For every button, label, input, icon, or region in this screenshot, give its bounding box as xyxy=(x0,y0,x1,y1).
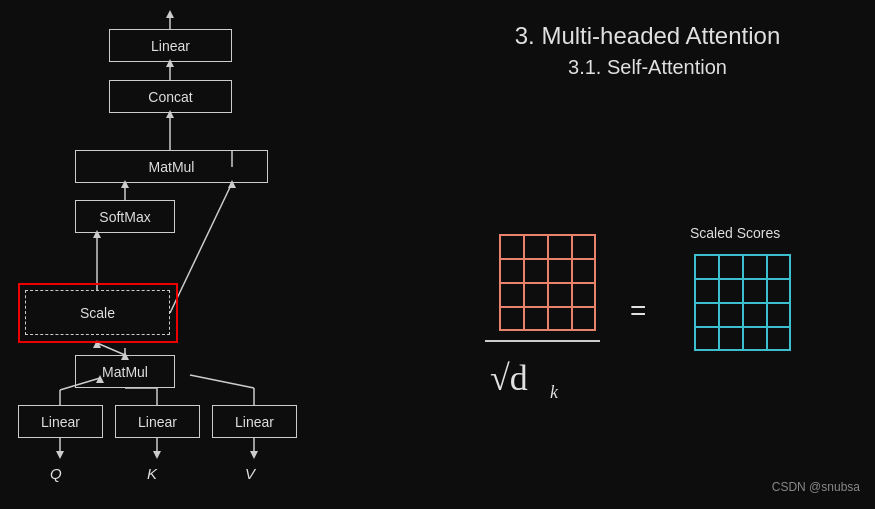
svg-marker-28 xyxy=(153,451,161,459)
matrix-svg xyxy=(495,230,600,335)
node-scale: Scale xyxy=(25,290,170,335)
matrix-numerator xyxy=(495,230,600,339)
linear-right-label: Linear xyxy=(235,414,274,430)
equals-sign: = xyxy=(630,295,646,327)
diagram-area: Linear Concat MatMul SoftMax Scale MatMu… xyxy=(0,0,420,509)
node-linear-left: Linear xyxy=(18,405,103,438)
credit-text: CSDN @snubsa xyxy=(772,480,860,494)
linear-center-label: Linear xyxy=(138,414,177,430)
linear-left-label: Linear xyxy=(41,414,80,430)
title-sub: 3.1. Self-Attention xyxy=(515,56,781,79)
node-linear-top: Linear xyxy=(109,29,232,62)
matmul-bottom-label: MatMul xyxy=(102,364,148,380)
node-matmul-top: MatMul xyxy=(75,150,268,183)
svg-text:k: k xyxy=(550,382,559,400)
svg-line-14 xyxy=(170,183,232,313)
svg-marker-26 xyxy=(56,451,64,459)
svg-line-24 xyxy=(190,375,254,388)
matmul-top-label: MatMul xyxy=(149,159,195,175)
node-softmax: SoftMax xyxy=(75,200,175,233)
node-matmul-bottom: MatMul xyxy=(75,355,175,388)
node-linear-center: Linear xyxy=(115,405,200,438)
section-title: 3. Multi-headed Attention 3.1. Self-Atte… xyxy=(515,22,781,79)
math-area: 3. Multi-headed Attention 3.1. Self-Atte… xyxy=(420,0,875,509)
svg-marker-30 xyxy=(250,451,258,459)
label-q: Q xyxy=(50,465,62,482)
sqrt-dk: √d k xyxy=(490,350,580,407)
label-k: K xyxy=(147,465,157,482)
title-main: 3. Multi-headed Attention xyxy=(515,22,781,50)
svg-marker-1 xyxy=(166,10,174,18)
scaled-scores-label: Scaled Scores xyxy=(690,225,780,241)
node-concat: Concat xyxy=(109,80,232,113)
sqrt-svg: √d k xyxy=(490,350,580,400)
svg-line-11 xyxy=(97,343,125,355)
svg-text:√d: √d xyxy=(490,358,528,398)
node-linear-right: Linear xyxy=(212,405,297,438)
label-v: V xyxy=(245,465,255,482)
fraction-line xyxy=(485,340,600,342)
scaled-grid xyxy=(690,250,795,359)
scaled-grid-svg xyxy=(690,250,795,355)
concat-label: Concat xyxy=(148,89,192,105)
softmax-label: SoftMax xyxy=(99,209,150,225)
scale-label: Scale xyxy=(80,305,115,321)
linear-top-label: Linear xyxy=(151,38,190,54)
